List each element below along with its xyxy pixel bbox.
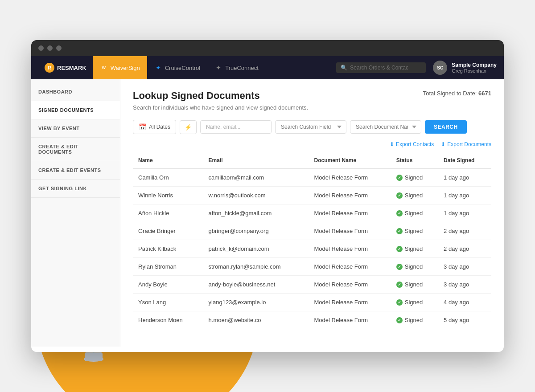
table-row[interactable]: Afton Hickle afton_hickle@gmail.com Mode… [133,204,491,222]
top-nav: R RESMARK W WaiverSign ✦ CruiseControl ✦… [31,56,504,79]
cell-email: w.norris@outlook.com [203,187,309,204]
total-signed-label: Total Signed to Date: [423,90,477,97]
date-picker[interactable]: 📅 All Dates [133,120,176,134]
table-row[interactable]: Gracie Bringer gbringer@company.org Mode… [133,222,491,240]
nav-tab-waiversign[interactable]: W WaiverSign [93,56,147,79]
cell-status: Signed [391,204,438,222]
cell-status: Signed [391,258,438,276]
table-body: Camilla Orn camillaorn@mail.com Model Re… [133,168,491,329]
browser-dot-3 [56,45,62,51]
cell-name: Afton Hickle [133,204,203,222]
cell-name: Patrick Kilback [133,240,203,258]
global-search[interactable]: 🔍 [336,62,426,73]
table-row[interactable]: Henderson Moen h.moen@website.co Model R… [133,311,491,329]
cell-name: Rylan Stroman [133,258,203,276]
cell-name: Gracie Bringer [133,222,203,240]
total-signed: Total Signed to Date: 6671 [423,90,491,97]
cell-name: Winnie Norris [133,187,203,204]
cell-name: Yson Lang [133,294,203,311]
global-search-input[interactable] [350,65,421,71]
cell-email: stroman.rylan@sample.com [203,258,309,276]
sidebar-item-view-by-event[interactable]: VIEW BY EVENT [31,119,120,138]
cruisecontrol-icon: ✦ [154,64,162,72]
sidebar-item-get-signing-link[interactable]: GET SIGNING LINK [31,180,120,198]
cell-document: Model Release Form [309,168,391,187]
user-menu[interactable]: SC Sample Company Greg Rosenhan [433,61,497,75]
download-documents-icon: ⬇ [441,141,445,147]
trueconnect-label: TrueConnect [225,65,259,71]
cell-date: 5 day ago [438,311,491,329]
nav-brand[interactable]: R RESMARK [38,56,93,79]
sidebar-item-create-edit-documents[interactable]: CREATE & EDIT DOCUMENTS [31,138,120,161]
nav-tab-cruisecontrol[interactable]: ✦ CruiseControl [147,56,207,79]
waiversign-label: WaiverSign [111,65,140,71]
table-row[interactable]: Winnie Norris w.norris@outlook.com Model… [133,187,491,204]
cell-status: Signed [391,240,438,258]
status-dot [396,264,403,270]
document-name-dropdown[interactable]: Search Document Name [350,120,421,134]
search-icon: 🔍 [341,65,347,71]
col-document: Document Name [309,153,391,168]
sidebar-item-create-edit-events[interactable]: CREATE & EDIT EVENTS [31,161,120,180]
col-name: Name [133,153,203,168]
status-dot [396,228,403,234]
cell-date: 1 day ago [438,204,491,222]
search-bar: 📅 All Dates ⚡ Search Custom Field Search… [133,120,491,134]
status-dot [396,210,403,216]
table-row[interactable]: Yson Lang ylang123@example.io Model Rele… [133,294,491,311]
results-table: Name Email Document Name Status Date Sig… [133,153,491,329]
search-button[interactable]: SEARCH [425,120,467,134]
status-dot [396,317,403,323]
cell-date: 4 day ago [438,294,491,311]
status-label: Signed [405,281,423,288]
cell-document: Model Release Form [309,204,391,222]
nav-tab-trueconnect[interactable]: ✦ TrueConnect [207,56,266,79]
user-name: Greg Rosenhan [452,68,497,74]
cell-status: Signed [391,311,438,329]
cell-document: Model Release Form [309,276,391,294]
cell-name: Andy Boyle [133,276,203,294]
sidebar-item-dashboard[interactable]: DASHBOARD [31,83,120,101]
date-label: All Dates [149,124,170,130]
cell-document: Model Release Form [309,240,391,258]
status-dot [396,299,403,306]
browser-chrome [31,40,504,56]
cell-date: 3 day ago [438,276,491,294]
cruisecontrol-label: CruiseControl [165,65,200,71]
download-contacts-icon: ⬇ [390,141,394,147]
cell-document: Model Release Form [309,311,391,329]
avatar: SC [433,61,447,75]
status-label: Signed [405,263,423,270]
table-row[interactable]: Patrick Kilback patrick_k@domain.com Mod… [133,240,491,258]
table-row[interactable]: Andy Boyle andy-boyle@business.net Model… [133,276,491,294]
filter-button[interactable]: ⚡ [180,120,197,134]
custom-field-dropdown[interactable]: Search Custom Field [275,120,346,134]
col-date: Date Signed [438,153,491,168]
status-label: Signed [405,192,423,199]
export-contacts-link[interactable]: ⬇ Export Contacts [390,141,434,147]
calendar-icon: 📅 [139,123,146,131]
export-documents-link[interactable]: ⬇ Export Documents [441,141,491,147]
status-label: Signed [405,245,423,252]
cell-document: Model Release Form [309,187,391,204]
cell-date: 3 day ago [438,258,491,276]
status-dot [396,192,403,199]
content-header: Lookup Signed Documents Total Signed to … [133,90,491,102]
brand-label: RESMARK [57,65,86,71]
status-dot [396,175,403,181]
total-signed-count: 6671 [478,90,491,97]
cell-name: Camilla Orn [133,168,203,187]
status-label: Signed [405,174,423,181]
status-dot [396,246,403,252]
cell-email: afton_hickle@gmail.com [203,204,309,222]
sidebar-item-signed-documents[interactable]: SIGNED DOCUMENTS [31,101,120,119]
cell-document: Model Release Form [309,258,391,276]
cell-document: Model Release Form [309,294,391,311]
name-email-input[interactable] [200,120,272,134]
table-row[interactable]: Camilla Orn camillaorn@mail.com Model Re… [133,168,491,187]
table-row[interactable]: Rylan Stroman stroman.rylan@sample.com M… [133,258,491,276]
browser-dot-2 [47,45,53,51]
cell-status: Signed [391,168,438,187]
cell-email: patrick_k@domain.com [203,240,309,258]
cell-status: Signed [391,294,438,311]
